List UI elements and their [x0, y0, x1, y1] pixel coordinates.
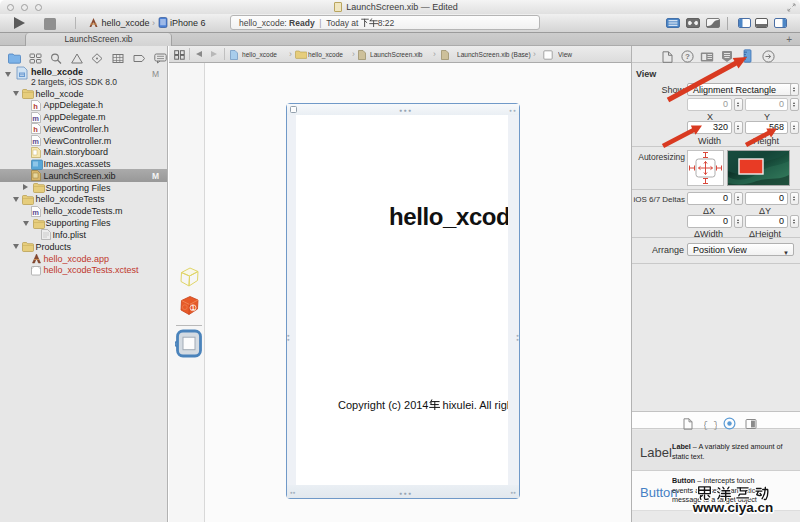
svg-text:m: m	[32, 113, 39, 122]
svg-text:m: m	[32, 207, 39, 216]
svg-text:h: h	[33, 101, 38, 110]
svg-text:?: ?	[685, 52, 690, 61]
svg-text:1: 1	[191, 304, 195, 311]
svg-text:m: m	[32, 137, 39, 146]
svg-text:h: h	[33, 125, 38, 134]
svg-text:{ }: { }	[704, 420, 717, 430]
